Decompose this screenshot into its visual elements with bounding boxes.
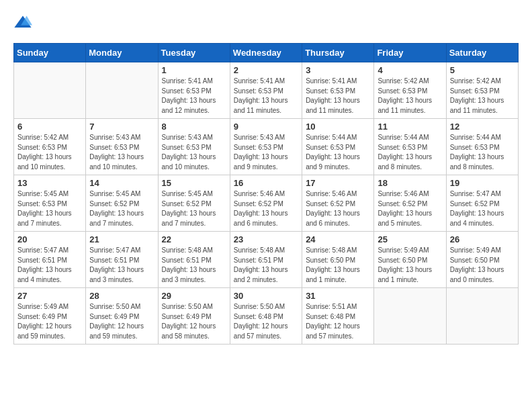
calendar-cell: 8Sunrise: 5:43 AM Sunset: 6:53 PM Daylig… xyxy=(158,119,230,175)
day-info: Sunrise: 5:51 AM Sunset: 6:48 PM Dayligh… xyxy=(306,302,370,341)
logo xyxy=(13,13,35,32)
calendar-cell: 18Sunrise: 5:46 AM Sunset: 6:52 PM Dayli… xyxy=(374,175,446,232)
day-info: Sunrise: 5:44 AM Sunset: 6:53 PM Dayligh… xyxy=(306,133,370,172)
day-number: 14 xyxy=(89,178,154,188)
day-info: Sunrise: 5:50 AM Sunset: 6:49 PM Dayligh… xyxy=(162,302,226,341)
day-info: Sunrise: 5:43 AM Sunset: 6:53 PM Dayligh… xyxy=(162,133,226,172)
calendar-cell: 10Sunrise: 5:44 AM Sunset: 6:53 PM Dayli… xyxy=(302,119,374,175)
day-number: 19 xyxy=(450,178,515,188)
calendar-cell: 22Sunrise: 5:48 AM Sunset: 6:51 PM Dayli… xyxy=(158,232,230,288)
calendar-cell: 5Sunrise: 5:42 AM Sunset: 6:53 PM Daylig… xyxy=(446,62,518,119)
day-info: Sunrise: 5:48 AM Sunset: 6:51 PM Dayligh… xyxy=(234,246,298,285)
calendar-cell: 27Sunrise: 5:49 AM Sunset: 6:49 PM Dayli… xyxy=(14,288,86,345)
day-number: 25 xyxy=(378,234,442,244)
day-number: 31 xyxy=(306,291,370,301)
calendar-cell xyxy=(446,288,518,345)
day-info: Sunrise: 5:48 AM Sunset: 6:51 PM Dayligh… xyxy=(162,246,226,285)
calendar-cell: 21Sunrise: 5:47 AM Sunset: 6:51 PM Dayli… xyxy=(86,232,158,288)
day-info: Sunrise: 5:48 AM Sunset: 6:50 PM Dayligh… xyxy=(306,246,370,285)
day-number: 22 xyxy=(162,234,226,244)
calendar-cell: 25Sunrise: 5:49 AM Sunset: 6:50 PM Dayli… xyxy=(374,232,446,288)
day-number: 29 xyxy=(162,291,226,301)
calendar-cell: 6Sunrise: 5:42 AM Sunset: 6:53 PM Daylig… xyxy=(14,119,86,175)
day-number: 4 xyxy=(378,65,442,75)
calendar-week-row: 1Sunrise: 5:41 AM Sunset: 6:53 PM Daylig… xyxy=(14,62,519,119)
calendar-cell: 1Sunrise: 5:41 AM Sunset: 6:53 PM Daylig… xyxy=(158,62,230,119)
day-number: 26 xyxy=(450,234,515,244)
calendar-week-row: 20Sunrise: 5:47 AM Sunset: 6:51 PM Dayli… xyxy=(14,232,519,288)
calendar-cell: 16Sunrise: 5:46 AM Sunset: 6:52 PM Dayli… xyxy=(230,175,302,232)
day-info: Sunrise: 5:46 AM Sunset: 6:52 PM Dayligh… xyxy=(306,189,370,228)
day-info: Sunrise: 5:49 AM Sunset: 6:50 PM Dayligh… xyxy=(378,246,442,285)
day-number: 2 xyxy=(234,65,298,75)
calendar-table: SundayMondayTuesdayWednesdayThursdayFrid… xyxy=(13,43,519,345)
day-number: 9 xyxy=(234,122,298,132)
calendar-cell: 13Sunrise: 5:45 AM Sunset: 6:53 PM Dayli… xyxy=(14,175,86,232)
day-info: Sunrise: 5:45 AM Sunset: 6:53 PM Dayligh… xyxy=(17,189,82,228)
calendar-cell: 3Sunrise: 5:41 AM Sunset: 6:53 PM Daylig… xyxy=(302,62,374,119)
calendar-cell: 24Sunrise: 5:48 AM Sunset: 6:50 PM Dayli… xyxy=(302,232,374,288)
day-number: 27 xyxy=(17,291,82,301)
day-info: Sunrise: 5:46 AM Sunset: 6:52 PM Dayligh… xyxy=(378,189,442,228)
day-number: 13 xyxy=(17,178,82,188)
day-info: Sunrise: 5:42 AM Sunset: 6:53 PM Dayligh… xyxy=(450,77,515,116)
day-number: 15 xyxy=(162,178,226,188)
weekday-header-tuesday: Tuesday xyxy=(158,44,230,62)
day-info: Sunrise: 5:42 AM Sunset: 6:53 PM Dayligh… xyxy=(17,133,82,172)
calendar-week-row: 13Sunrise: 5:45 AM Sunset: 6:53 PM Dayli… xyxy=(14,175,519,232)
day-number: 28 xyxy=(89,291,154,301)
calendar-cell: 2Sunrise: 5:41 AM Sunset: 6:53 PM Daylig… xyxy=(230,62,302,119)
day-number: 1 xyxy=(162,65,226,75)
weekday-header-sunday: Sunday xyxy=(14,44,86,62)
day-info: Sunrise: 5:42 AM Sunset: 6:53 PM Dayligh… xyxy=(378,77,442,116)
weekday-header-monday: Monday xyxy=(86,44,158,62)
calendar-cell: 20Sunrise: 5:47 AM Sunset: 6:51 PM Dayli… xyxy=(14,232,86,288)
day-number: 18 xyxy=(378,178,442,188)
calendar-cell: 17Sunrise: 5:46 AM Sunset: 6:52 PM Dayli… xyxy=(302,175,374,232)
day-info: Sunrise: 5:44 AM Sunset: 6:53 PM Dayligh… xyxy=(378,133,442,172)
day-info: Sunrise: 5:47 AM Sunset: 6:51 PM Dayligh… xyxy=(89,246,154,285)
day-info: Sunrise: 5:47 AM Sunset: 6:51 PM Dayligh… xyxy=(17,246,82,285)
calendar-cell: 15Sunrise: 5:45 AM Sunset: 6:52 PM Dayli… xyxy=(158,175,230,232)
day-info: Sunrise: 5:41 AM Sunset: 6:53 PM Dayligh… xyxy=(162,77,226,116)
calendar-cell: 30Sunrise: 5:50 AM Sunset: 6:48 PM Dayli… xyxy=(230,288,302,345)
day-number: 16 xyxy=(234,178,298,188)
calendar-week-row: 27Sunrise: 5:49 AM Sunset: 6:49 PM Dayli… xyxy=(14,288,519,345)
day-info: Sunrise: 5:49 AM Sunset: 6:49 PM Dayligh… xyxy=(17,302,82,341)
calendar-cell: 7Sunrise: 5:43 AM Sunset: 6:53 PM Daylig… xyxy=(86,119,158,175)
day-info: Sunrise: 5:49 AM Sunset: 6:50 PM Dayligh… xyxy=(450,246,515,285)
calendar-cell: 29Sunrise: 5:50 AM Sunset: 6:49 PM Dayli… xyxy=(158,288,230,345)
day-number: 20 xyxy=(17,234,82,244)
page-header xyxy=(13,13,519,32)
day-info: Sunrise: 5:45 AM Sunset: 6:52 PM Dayligh… xyxy=(162,189,226,228)
day-info: Sunrise: 5:47 AM Sunset: 6:52 PM Dayligh… xyxy=(450,189,515,228)
weekday-header-thursday: Thursday xyxy=(302,44,374,62)
calendar-cell: 11Sunrise: 5:44 AM Sunset: 6:53 PM Dayli… xyxy=(374,119,446,175)
calendar-cell: 12Sunrise: 5:44 AM Sunset: 6:53 PM Dayli… xyxy=(446,119,518,175)
calendar-cell: 4Sunrise: 5:42 AM Sunset: 6:53 PM Daylig… xyxy=(374,62,446,119)
day-info: Sunrise: 5:41 AM Sunset: 6:53 PM Dayligh… xyxy=(234,77,298,116)
weekday-header-saturday: Saturday xyxy=(446,44,518,62)
day-number: 23 xyxy=(234,234,298,244)
day-info: Sunrise: 5:41 AM Sunset: 6:53 PM Dayligh… xyxy=(306,77,370,116)
day-number: 30 xyxy=(234,291,298,301)
calendar-week-row: 6Sunrise: 5:42 AM Sunset: 6:53 PM Daylig… xyxy=(14,119,519,175)
day-info: Sunrise: 5:43 AM Sunset: 6:53 PM Dayligh… xyxy=(89,133,154,172)
calendar-cell xyxy=(14,62,86,119)
calendar-cell: 28Sunrise: 5:50 AM Sunset: 6:49 PM Dayli… xyxy=(86,288,158,345)
day-number: 7 xyxy=(89,122,154,132)
weekday-header-wednesday: Wednesday xyxy=(230,44,302,62)
day-info: Sunrise: 5:46 AM Sunset: 6:52 PM Dayligh… xyxy=(234,189,298,228)
calendar-cell: 9Sunrise: 5:43 AM Sunset: 6:53 PM Daylig… xyxy=(230,119,302,175)
calendar-cell: 31Sunrise: 5:51 AM Sunset: 6:48 PM Dayli… xyxy=(302,288,374,345)
day-number: 17 xyxy=(306,178,370,188)
weekday-header-row: SundayMondayTuesdayWednesdayThursdayFrid… xyxy=(14,44,519,62)
day-info: Sunrise: 5:50 AM Sunset: 6:48 PM Dayligh… xyxy=(234,302,298,341)
calendar-cell xyxy=(86,62,158,119)
day-number: 21 xyxy=(89,234,154,244)
day-number: 11 xyxy=(378,122,442,132)
day-number: 5 xyxy=(450,65,515,75)
logo-icon xyxy=(13,13,32,32)
day-info: Sunrise: 5:44 AM Sunset: 6:53 PM Dayligh… xyxy=(450,133,515,172)
day-number: 8 xyxy=(162,122,226,132)
